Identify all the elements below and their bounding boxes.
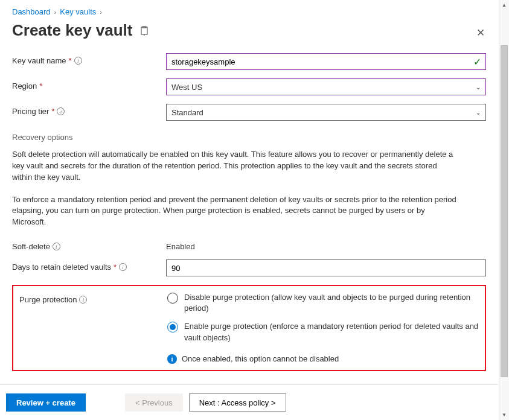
svg-rect-0	[141, 27, 147, 34]
purge-notice-text: Once enabled, this option cannot be disa…	[182, 354, 339, 363]
recovery-description-2: To enforce a mandatory retention period …	[12, 194, 459, 229]
chevron-down-icon: ⌄	[476, 109, 481, 116]
radio-enable-purge[interactable]: Enable purge protection (enforce a manda…	[167, 321, 479, 343]
scrollbar[interactable]: ▲ ▼	[499, 0, 509, 420]
info-icon[interactable]: i	[74, 57, 82, 65]
purge-protection-highlight: Purge protection i Disable purge protect…	[12, 285, 486, 371]
wizard-footer: Review + create < Previous Next : Access…	[0, 384, 498, 420]
label-pricing-tier: Pricing tier	[12, 107, 49, 116]
label-retention-days: Days to retain deleted vaults	[12, 262, 111, 272]
info-icon[interactable]: i	[119, 263, 127, 271]
previous-button: < Previous	[125, 393, 183, 412]
breadcrumb: Dashboard › Key vaults ›	[12, 7, 486, 16]
radio-icon	[167, 293, 178, 304]
radio-label-enable: Enable purge protection (enforce a manda…	[184, 321, 479, 343]
required-indicator: *	[69, 56, 72, 65]
info-icon[interactable]: i	[79, 296, 87, 304]
breadcrumb-link-keyvaults[interactable]: Key vaults	[60, 7, 96, 16]
required-indicator: *	[114, 262, 117, 272]
checkmark-icon: ✓	[473, 56, 481, 68]
retention-days-input[interactable]	[166, 259, 486, 276]
required-indicator: *	[51, 107, 54, 116]
required-indicator: *	[39, 81, 42, 91]
purge-protection-radio-group: Disable purge protection (allow key vaul…	[167, 292, 479, 343]
radio-disable-purge[interactable]: Disable purge protection (allow key vaul…	[167, 292, 479, 314]
page-title: Create key vault	[12, 21, 132, 40]
recovery-description-1: Soft delete protection will automaticall…	[12, 149, 459, 183]
info-icon[interactable]: i	[53, 243, 60, 250]
label-keyvault-name: Key vault name	[12, 56, 66, 65]
chevron-down-icon: ⌄	[476, 84, 481, 91]
info-icon[interactable]: i	[57, 107, 65, 115]
pin-icon[interactable]	[139, 26, 149, 36]
section-recovery-options: Recovery options	[12, 133, 486, 142]
region-value: West US	[171, 83, 202, 92]
scroll-up-arrow[interactable]: ▲	[499, 0, 509, 10]
chevron-right-icon: ›	[100, 8, 102, 16]
label-region: Region	[12, 81, 37, 91]
radio-label-disable: Disable purge protection (allow key vaul…	[184, 292, 479, 314]
scroll-down-arrow[interactable]: ▼	[499, 410, 509, 420]
close-icon[interactable]: ✕	[476, 27, 485, 39]
label-purge-protection: Purge protection	[19, 295, 77, 304]
chevron-right-icon: ›	[54, 8, 57, 16]
scroll-thumb[interactable]	[501, 45, 508, 377]
review-create-button[interactable]: Review + create	[6, 393, 86, 412]
next-button[interactable]: Next : Access policy >	[189, 393, 286, 412]
soft-delete-value: Enabled	[166, 239, 486, 251]
label-soft-delete: Soft-delete	[12, 242, 50, 251]
info-icon: i	[167, 354, 177, 364]
region-dropdown[interactable]: West US ⌄	[166, 78, 486, 95]
pricing-dropdown[interactable]: Standard ⌄	[166, 104, 486, 121]
breadcrumb-link-dashboard[interactable]: Dashboard	[12, 7, 51, 16]
radio-icon-selected	[167, 322, 178, 332]
pricing-value: Standard	[171, 108, 203, 117]
keyvault-name-input[interactable]	[166, 53, 486, 70]
